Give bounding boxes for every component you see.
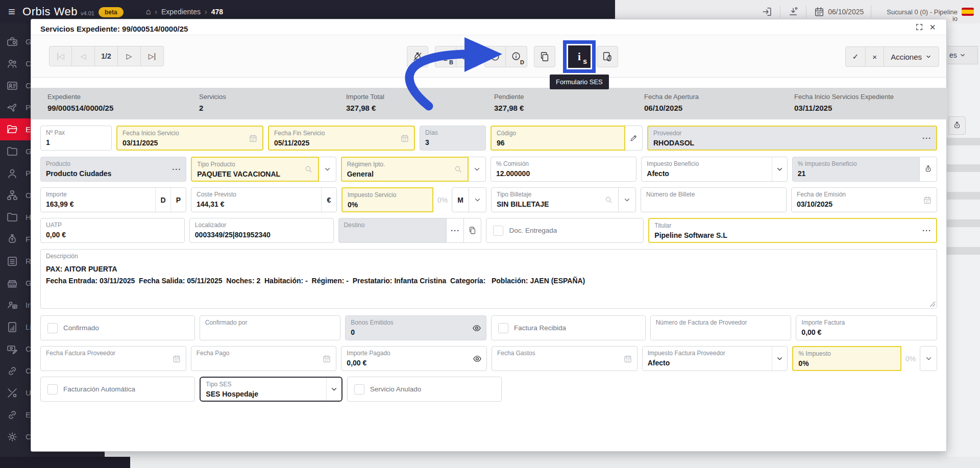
factura-recibida-checkbox-field[interactable]: Factura Recibida (491, 315, 646, 340)
ellipsis-icon[interactable]: ··· (922, 134, 932, 142)
info-destino-button[interactable]: D (506, 46, 527, 67)
obscured-button[interactable] (484, 46, 506, 67)
fecha-fin-servicio-field[interactable]: Fecha Fin Servicio05/11/2025 (268, 126, 415, 151)
attachments-button[interactable] (597, 46, 618, 67)
checkbox[interactable] (354, 384, 364, 395)
descripcion-line2: Fecha Entrada: 03/11/2025 Fecha Salida: … (46, 276, 932, 286)
tipo-producto-dropdown-button[interactable] (319, 157, 336, 182)
ellipsis-icon[interactable]: ··· (172, 165, 181, 174)
tipo-billetaje-dropdown-button[interactable] (619, 187, 636, 212)
fecha-gastos-field[interactable]: Fecha Gastos (492, 346, 638, 371)
branch-label[interactable]: Sucursal 0 (0) - Pipeline (887, 8, 958, 16)
regimen-dropdown-button[interactable] (469, 157, 486, 182)
cancel-button[interactable]: × (866, 46, 884, 67)
last-record-button[interactable]: ▷| (141, 46, 164, 66)
edit-codigo-button[interactable] (625, 126, 643, 151)
comision-field[interactable]: % Comisión12.000000 (491, 157, 636, 182)
n-pax-field[interactable]: Nº Pax1 (40, 126, 112, 151)
chevron-down-icon[interactable] (772, 157, 787, 181)
descripcion-field[interactable]: Descripción PAX: AITOR PUERTA Fecha Entr… (40, 249, 937, 309)
proforma-document-button[interactable]: P (456, 46, 478, 67)
eye-icon[interactable] (473, 354, 482, 363)
copy-icon[interactable] (464, 218, 481, 243)
checkbox[interactable] (47, 384, 58, 395)
doc-entregada-checkbox-field[interactable]: Doc. Entregada (486, 218, 644, 243)
home-icon[interactable]: ⌂ (146, 7, 151, 16)
background-icon-button[interactable] (948, 116, 966, 135)
importe-pagado-field[interactable]: Importe Pagado0,00 € (341, 346, 487, 371)
pct-impuesto-dropdown-button[interactable] (920, 346, 937, 371)
producto-field[interactable]: ProductoProducto Ciudades··· (40, 157, 186, 182)
fecha-emision-field[interactable]: Fecha de Emisión03/10/2025 (791, 187, 937, 212)
tipo-ses-select[interactable]: Tipo SESSES Hospedaje (200, 377, 342, 402)
calendar-icon[interactable] (249, 134, 258, 143)
checkbox[interactable] (498, 323, 508, 333)
header-date[interactable]: 06/10/2025 (828, 8, 864, 16)
codigo-field[interactable]: Código96 (491, 126, 625, 151)
impuesto-factura-proveedor-select[interactable]: Impuesto Factura ProveedorAfecto (642, 346, 788, 371)
background-actions-button-partial[interactable]: es (947, 46, 978, 64)
divisa-button[interactable]: D (155, 188, 170, 212)
numero-billete-field[interactable]: Número de Billete (641, 187, 787, 212)
impuesto-beneficio-select[interactable]: Impuesto BeneficioAfecto (641, 157, 787, 182)
duplicate-service-button[interactable] (534, 46, 555, 67)
chevron-down-icon[interactable] (326, 378, 341, 401)
coste-previsto-field[interactable]: Coste Previsto144,31 €€ (191, 187, 337, 212)
formulario-ses-button[interactable]: i s (568, 45, 591, 68)
previous-record-button[interactable]: ◁ (72, 46, 95, 66)
money-bag-icon[interactable] (920, 157, 937, 182)
currency-button[interactable]: € (321, 188, 336, 212)
importe-factura-field[interactable]: Importe Factura0,00 € (796, 315, 937, 340)
pct-impuesto-field[interactable]: % Impuesto0% (792, 346, 901, 371)
fecha-factura-proveedor-field[interactable]: Fecha Factura Proveedor (40, 346, 186, 371)
impuesto-servicio-dropdown-button[interactable] (469, 187, 486, 212)
calendar-icon[interactable] (172, 354, 181, 363)
tipo-producto-field[interactable]: Tipo ProductoPAQUETE VACACIONAL (191, 157, 318, 182)
facturacion-automatica-checkbox-field[interactable]: Facturación Automática (40, 377, 195, 402)
proveedor-field[interactable]: ProveedorRHODASOL··· (647, 126, 937, 151)
bono-document-button[interactable]: B (435, 46, 456, 67)
tipo-billetaje-field[interactable]: Tipo BilletajeSIN BILLETAJE (491, 187, 619, 212)
porcentaje-button[interactable]: P (170, 188, 186, 212)
calendar-icon[interactable] (923, 195, 932, 205)
breadcrumb-section[interactable]: Expedientes (161, 8, 201, 16)
spain-flag-icon[interactable] (962, 8, 974, 16)
bonos-emitidos-field: Bonos Emitidos0 (345, 315, 486, 340)
regimen-ipto-field[interactable]: Régimen Ipto.General (341, 157, 469, 182)
first-record-button[interactable]: |◁ (49, 46, 72, 66)
modo-button[interactable]: M (452, 187, 469, 212)
uatp-field[interactable]: UATP0,00 € (40, 218, 185, 243)
background-row (947, 219, 980, 227)
titular-field[interactable]: TitularPipeline Software S.L··· (648, 218, 937, 243)
importe-field[interactable]: Importe163,99 €DP (40, 187, 186, 212)
resize-grip-icon[interactable] (929, 301, 936, 307)
divider (806, 6, 806, 18)
localizador-field[interactable]: Localizador0003349/25|801952340 (189, 218, 334, 243)
checkbox[interactable] (493, 226, 503, 236)
confirm-button[interactable]: ✓ (845, 46, 866, 67)
maximize-icon[interactable] (913, 21, 926, 33)
eye-icon[interactable] (472, 324, 481, 333)
ellipsis-icon[interactable]: ··· (922, 226, 932, 235)
calendar-icon[interactable] (814, 6, 825, 17)
logout-icon[interactable] (762, 6, 773, 17)
impuesto-servicio-field[interactable]: Impuesto Servicio0% (341, 187, 433, 212)
calendar-icon[interactable] (400, 134, 409, 143)
confirmado-checkbox-field[interactable]: Confirmado (40, 315, 195, 340)
checkbox[interactable] (47, 323, 58, 333)
fecha-inicio-servicio-field[interactable]: Fecha Inicio Servicio03/11/2025 (116, 126, 263, 151)
servicio-anulado-checkbox-field[interactable]: Servicio Anulado (347, 377, 502, 402)
fecha-pago-field[interactable]: Fecha Pago (191, 346, 337, 371)
numero-factura-proveedor-field[interactable]: Número de Factura de Proveedor (650, 315, 792, 340)
download-status-icon[interactable] (788, 6, 799, 17)
acciones-button[interactable]: Acciones (884, 46, 939, 67)
confirmado-por-field[interactable]: Confirmado por (200, 315, 341, 340)
chevron-down-icon[interactable] (772, 347, 787, 371)
next-record-button[interactable]: ▷ (118, 46, 141, 66)
calendar-icon[interactable] (623, 354, 632, 363)
close-icon[interactable]: × (926, 21, 939, 33)
menu-icon[interactable]: ≡ (8, 5, 15, 19)
calendar-icon[interactable] (322, 354, 331, 363)
commission-toggle-button[interactable] (407, 46, 428, 67)
ellipsis-icon[interactable]: ··· (447, 218, 464, 243)
